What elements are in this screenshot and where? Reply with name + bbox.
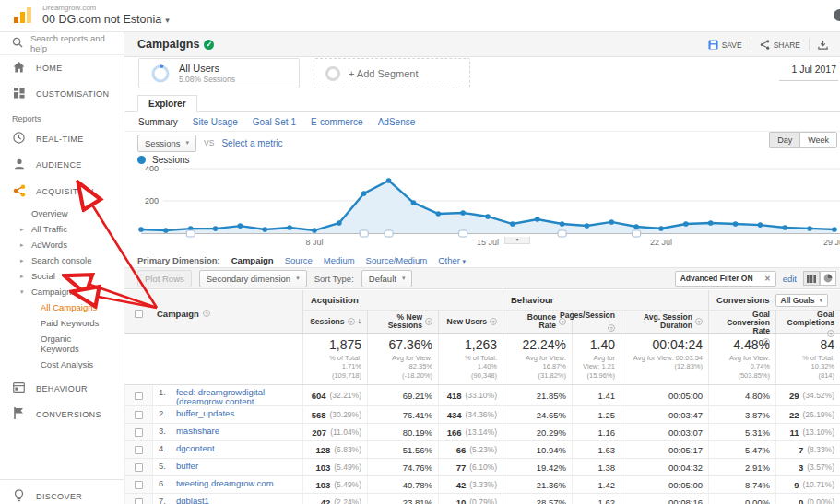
tab-explorer[interactable]: Explorer <box>137 95 197 112</box>
select-all-checkbox[interactable] <box>135 310 143 318</box>
row-checkbox[interactable] <box>135 498 143 504</box>
sidebar-item-acquisition[interactable]: ACQUISITION <box>0 178 124 205</box>
campaign-link[interactable]: mashshare <box>176 427 219 436</box>
row-checkbox[interactable] <box>135 392 143 400</box>
secondary-dimension-dropdown[interactable]: Secondary dimension▾ <box>199 270 307 287</box>
series-dot-icon <box>137 156 146 164</box>
sort-desc-icon: ↓ <box>358 317 362 325</box>
sidebar-item-adwords[interactable]: ▸AdWords <box>0 237 124 252</box>
help-icon[interactable]: ? <box>608 324 615 332</box>
cell-goal-completions: 9(10.71%) <box>775 476 840 493</box>
table-view-button[interactable] <box>803 271 820 286</box>
sidebar-item-paid-keywords[interactable]: Paid Keywords <box>0 315 124 331</box>
export-button[interactable] <box>810 37 836 53</box>
cell-new-users: 66(5.23%) <box>438 441 503 458</box>
help-icon[interactable]: ? <box>203 310 210 317</box>
column-goal-completions[interactable]: Goal Completions? <box>775 310 840 333</box>
row-checkbox[interactable] <box>135 411 143 419</box>
subtab-ecommerce[interactable]: E-commerce <box>311 117 363 127</box>
share-button[interactable]: SHARE <box>751 37 809 53</box>
percentage-view-button[interactable] <box>820 271 836 286</box>
account-selector[interactable]: 00 DG.com not Estonia▾ <box>42 13 170 26</box>
dimension-source[interactable]: Source <box>285 255 313 265</box>
column-new-users[interactable]: New Users? <box>438 310 503 333</box>
cell-avg-duration: 00:05:00 <box>621 385 708 405</box>
cell-sessions: 103(5.49%) <box>302 459 367 475</box>
subtab-goal-set-1[interactable]: Goal Set 1 <box>253 117 296 127</box>
campaign-link[interactable]: dgblast1 <box>176 497 209 504</box>
table-row: 3.mashshare 207(11.04%) 80.19% 166(13.14… <box>124 424 840 441</box>
subtab-summary[interactable]: Summary <box>138 117 178 127</box>
column-sessions[interactable]: Sessions?↓ <box>302 310 367 333</box>
save-button[interactable]: SAVE <box>700 37 751 53</box>
column-pages-session[interactable]: Pages/Session? <box>572 310 621 333</box>
sidebar-item-overview[interactable]: Overview <box>0 205 124 221</box>
campaign-link[interactable]: dgcontent <box>176 444 215 453</box>
add-segment-button[interactable]: + Add Segment <box>314 58 470 88</box>
sidebar-item-audience[interactable]: AUDIENCE <box>0 152 124 178</box>
column-campaign[interactable]: Campaign? <box>152 290 302 333</box>
cell-bounce-rate: 21.85% <box>503 385 572 405</box>
annotations-drawer-toggle[interactable]: ▾ <box>504 237 530 244</box>
campaign-link[interactable]: tweeting.dreamgrow.com <box>176 479 274 488</box>
granularity-day-button[interactable]: Day <box>769 132 799 148</box>
acquisition-icon <box>12 184 26 199</box>
help-icon[interactable]: ? <box>695 318 703 325</box>
sidebar-item-realtime[interactable]: REAL-TIME <box>0 125 124 152</box>
help-icon[interactable]: ? <box>490 318 497 325</box>
help-icon[interactable]: ? <box>425 318 432 325</box>
row-checkbox[interactable] <box>135 446 143 454</box>
advanced-filter-chip[interactable]: Advanced Filter ON ✕ <box>675 271 776 287</box>
granularity-week-button[interactable]: Week <box>799 132 837 148</box>
select-metric-link[interactable]: Select a metric <box>221 138 282 148</box>
sidebar-item-organic-keywords[interactable]: Organic Keywords <box>0 331 124 357</box>
campaign-link[interactable]: feed: dreamgrowdigital (dreamgrow conten… <box>176 388 297 405</box>
sidebar-item-social[interactable]: ▸Social <box>0 268 124 284</box>
group-conversions: Conversions All Goals▾ <box>708 290 840 310</box>
sidebar-item-cost-analysis[interactable]: Cost Analysis <box>0 357 124 372</box>
notifications-icon[interactable] <box>834 9 840 21</box>
dimension-medium[interactable]: Medium <box>324 255 355 265</box>
help-icon[interactable]: ? <box>348 318 355 325</box>
column-goal-rate[interactable]: Goal Conversion Rate? <box>708 310 775 333</box>
search-input[interactable]: Search reports and help <box>0 32 124 55</box>
dimension-other[interactable]: Other ▾ <box>438 255 466 265</box>
campaign-link[interactable]: buffer <box>176 462 198 471</box>
cell-pages-session: 1.42 <box>572 476 621 493</box>
row-checkbox[interactable] <box>135 428 143 437</box>
sidebar-item-home[interactable]: HOME <box>0 55 124 81</box>
dimension-campaign[interactable]: Campaign <box>231 255 274 265</box>
segment-all-users[interactable]: All Users 5.08% Sessions <box>138 58 300 88</box>
all-goals-dropdown[interactable]: All Goals▾ <box>775 294 828 307</box>
row-checkbox[interactable] <box>135 463 143 472</box>
cell-sessions: 207(11.04%) <box>302 424 367 440</box>
sidebar-item-search-console[interactable]: ▸Search console <box>0 252 124 268</box>
sidebar-item-customisation[interactable]: CUSTOMISATION <box>0 81 124 107</box>
sidebar-item-conversions[interactable]: CONVERSIONS <box>0 401 124 428</box>
subtab-adsense[interactable]: AdSense <box>378 117 416 127</box>
analytics-logo-icon[interactable] <box>13 7 33 28</box>
cell-sessions: 128(6.83%) <box>302 441 367 458</box>
cell-goal-rate: 0.00% <box>708 494 775 504</box>
sidebar-item-behaviour[interactable]: BEHAVIOUR <box>0 376 124 401</box>
cell-campaign: 6.tweeting.dreamgrow.com <box>152 476 302 493</box>
row-index: 2. <box>159 409 166 418</box>
cell-pages-session: 1.63 <box>572 441 621 458</box>
sidebar-item-discover[interactable]: DISCOVER <box>0 480 124 504</box>
close-icon[interactable]: ✕ <box>764 275 771 283</box>
sidebar-item-campaigns[interactable]: ▾Campaigns <box>0 284 124 299</box>
metric-dropdown[interactable]: Sessions▾ <box>137 135 196 152</box>
dimension-source-medium[interactable]: Source/Medium <box>366 255 428 265</box>
cell-new-users: 42(3.33%) <box>438 476 503 493</box>
sidebar-item-all-campaigns[interactable]: All Campaigns <box>0 299 124 315</box>
row-checkbox[interactable] <box>135 481 143 489</box>
sidebar-item-all-traffic[interactable]: ▸All Traffic <box>0 221 124 237</box>
campaign-link[interactable]: buffer_updates <box>176 409 234 418</box>
sessions-line-chart[interactable]: 2004008 Jul15 Jul22 Jul29 Jul <box>124 164 840 251</box>
edit-filter-link[interactable]: edit <box>783 274 797 284</box>
cell-goal-completions: 0(0.00%) <box>775 494 840 504</box>
column-avg-duration[interactable]: Avg. Session Duration? <box>621 310 708 333</box>
subtab-site-usage[interactable]: Site Usage <box>193 117 238 127</box>
column-new-sessions[interactable]: % New Sessions? <box>367 310 438 333</box>
sort-type-dropdown[interactable]: Default▾ <box>361 270 413 287</box>
